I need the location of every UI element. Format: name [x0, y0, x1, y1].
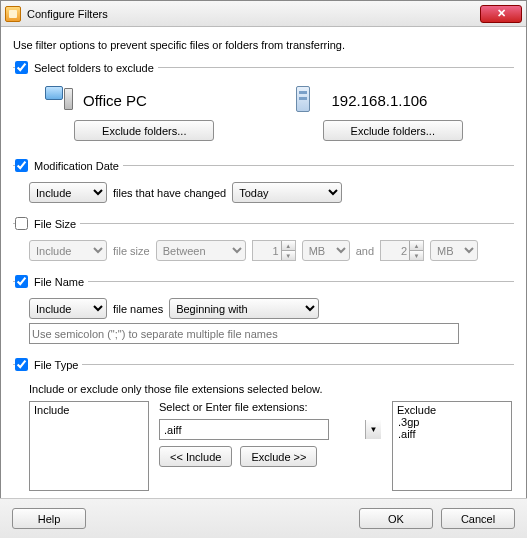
filesize-value2-input[interactable]: [381, 241, 409, 260]
filename-checkbox[interactable]: [15, 275, 28, 288]
section-moddate: Modification Date Include files that hav…: [13, 159, 514, 209]
app-icon: [5, 6, 21, 22]
exclude-listbox[interactable]: Exclude .3gp .aiff: [392, 401, 512, 491]
filename-input[interactable]: [29, 323, 459, 344]
filesize-legend[interactable]: File Size: [15, 217, 76, 230]
intro-text: Use filter options to prevent specific f…: [13, 39, 514, 51]
close-button[interactable]: ✕: [480, 5, 522, 23]
filetype-checkbox[interactable]: [15, 358, 28, 371]
dropdown-icon[interactable]: ▼: [365, 420, 381, 439]
title-bar: Configure Filters ✕: [1, 1, 526, 27]
filesize-value2-spinner[interactable]: ▲▼: [380, 240, 424, 261]
moddate-mid-label: files that have changed: [113, 187, 226, 199]
spinner-up-icon[interactable]: ▲: [409, 241, 423, 251]
filesize-checkbox[interactable]: [15, 217, 28, 230]
help-button[interactable]: Help: [12, 508, 86, 529]
dialog-footer: Help OK Cancel: [0, 498, 527, 538]
computer-icon: [43, 86, 73, 114]
section-filename: File Name Include file names Beginning w…: [13, 275, 514, 350]
dest-name: 192.168.1.106: [332, 92, 428, 109]
section-folders: Select folders to exclude Office PC Excl…: [13, 61, 514, 151]
folders-checkbox[interactable]: [15, 61, 28, 74]
include-ext-button[interactable]: << Include: [159, 446, 232, 467]
list-item[interactable]: .aiff: [397, 428, 507, 440]
ext-combobox[interactable]: ▼: [159, 419, 382, 440]
section-filesize: File Size Include file size Between ▲▼ M…: [13, 217, 514, 267]
cancel-button[interactable]: Cancel: [441, 508, 515, 529]
filename-mode-select[interactable]: Include: [29, 298, 107, 319]
list-item[interactable]: .3gp: [397, 416, 507, 428]
filetype-desc: Include or exclude only those file exten…: [15, 379, 512, 397]
dialog-content: Use filter options to prevent specific f…: [1, 27, 526, 517]
exclude-folders-dest-button[interactable]: Exclude folders...: [323, 120, 463, 141]
filesize-mid-label: file size: [113, 245, 150, 257]
ext-select-label: Select or Enter file extensions:: [159, 401, 382, 413]
window-title: Configure Filters: [27, 8, 480, 20]
folder-source-col: Office PC Exclude folders...: [35, 86, 254, 141]
filesize-value1-spinner[interactable]: ▲▼: [252, 240, 296, 261]
filename-op-select[interactable]: Beginning with: [169, 298, 319, 319]
spinner-down-icon[interactable]: ▼: [281, 251, 295, 260]
server-icon: [292, 86, 322, 114]
ext-input[interactable]: [159, 419, 329, 440]
source-name: Office PC: [83, 92, 147, 109]
filesize-op-select[interactable]: Between: [156, 240, 246, 261]
exclude-ext-button[interactable]: Exclude >>: [240, 446, 317, 467]
moddate-legend[interactable]: Modification Date: [15, 159, 119, 172]
filetype-legend-text: File Type: [34, 359, 78, 371]
filesize-unit1-select[interactable]: MB: [302, 240, 350, 261]
spinner-down-icon[interactable]: ▼: [409, 251, 423, 260]
filesize-and-label: and: [356, 245, 374, 257]
include-list-header: Include: [34, 404, 144, 416]
folders-legend-text: Select folders to exclude: [34, 62, 154, 74]
close-icon: ✕: [497, 7, 506, 20]
filetype-legend[interactable]: File Type: [15, 358, 78, 371]
filesize-unit2-select[interactable]: MB: [430, 240, 478, 261]
filesize-value1-input[interactable]: [253, 241, 281, 260]
folders-legend[interactable]: Select folders to exclude: [15, 61, 154, 74]
filename-legend[interactable]: File Name: [15, 275, 84, 288]
filename-legend-text: File Name: [34, 276, 84, 288]
folder-dest-col: 192.168.1.106 Exclude folders...: [284, 86, 503, 141]
filesize-mode-select[interactable]: Include: [29, 240, 107, 261]
section-filetype: File Type Include or exclude only those …: [13, 358, 514, 517]
moddate-checkbox[interactable]: [15, 159, 28, 172]
moddate-mode-select[interactable]: Include: [29, 182, 107, 203]
filename-mid-label: file names: [113, 303, 163, 315]
moddate-legend-text: Modification Date: [34, 160, 119, 172]
ok-button[interactable]: OK: [359, 508, 433, 529]
filesize-legend-text: File Size: [34, 218, 76, 230]
exclude-list-header: Exclude: [397, 404, 507, 416]
exclude-folders-source-button[interactable]: Exclude folders...: [74, 120, 214, 141]
include-listbox[interactable]: Include: [29, 401, 149, 491]
moddate-range-select[interactable]: Today: [232, 182, 342, 203]
spinner-up-icon[interactable]: ▲: [281, 241, 295, 251]
